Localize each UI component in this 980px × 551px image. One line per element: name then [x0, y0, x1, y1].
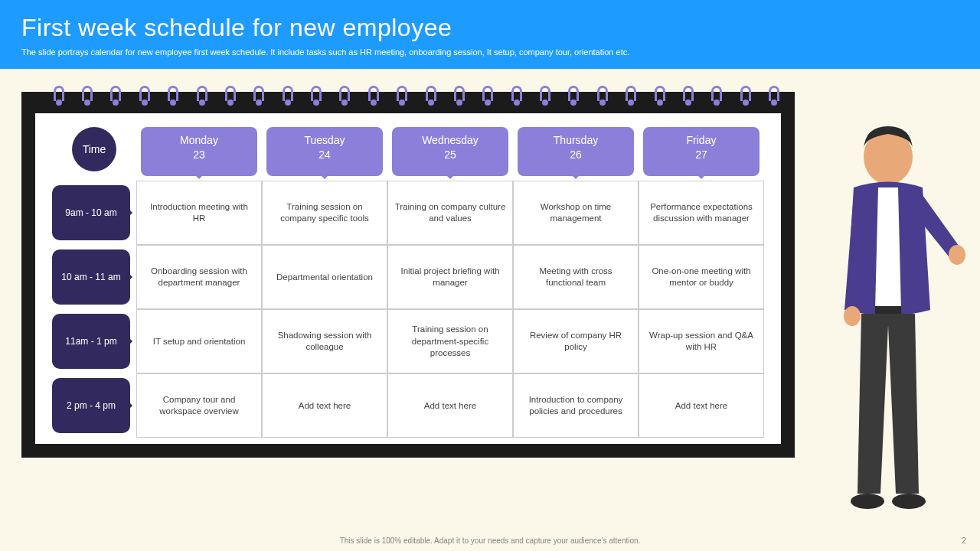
calendar-sheet: TimeMonday23Tuesday24Wednesday25Thursday… — [35, 113, 781, 444]
person-illustration — [808, 111, 969, 517]
footer-note: This slide is 100% editable. Adapt it to… — [0, 536, 980, 545]
schedule-cell: Add text here — [387, 373, 513, 438]
schedule-cell: Training session on company specific too… — [262, 181, 387, 245]
svg-point-2 — [949, 245, 965, 265]
time-slot: 9am - 10 am — [52, 185, 130, 240]
schedule-cell: Workshop on time management — [513, 181, 639, 245]
schedule-cell: Training session on department-specific … — [387, 309, 513, 373]
slide-header: First week schedule for new employee The… — [0, 0, 980, 69]
schedule-cell: Onboarding session with department manag… — [136, 245, 262, 309]
time-header: Time — [72, 127, 116, 171]
binder-rings-icon — [44, 86, 789, 101]
time-slot: 10 am - 11 am — [52, 249, 130, 305]
schedule-cell: Wrap-up session and Q&A with HR — [639, 309, 764, 373]
page-number: 2 — [962, 536, 966, 545]
svg-point-3 — [844, 306, 861, 326]
svg-point-4 — [851, 494, 884, 509]
calendar-frame: TimeMonday23Tuesday24Wednesday25Thursday… — [21, 92, 795, 458]
schedule-cell: Shadowing session with colleague — [262, 309, 387, 373]
svg-point-5 — [892, 494, 926, 509]
day-header: Monday23 — [141, 127, 257, 176]
schedule-cell: Introduction meeting with HR — [136, 181, 262, 245]
schedule-cell: Departmental orientation — [262, 245, 387, 309]
schedule-cell: Company tour and workspace overview — [136, 373, 262, 438]
schedule-grid: TimeMonday23Tuesday24Wednesday25Thursday… — [52, 127, 764, 438]
day-header: Thursday26 — [518, 127, 634, 176]
schedule-cell: Performance expectations discussion with… — [639, 181, 764, 245]
time-slot: 11am - 1 pm — [52, 314, 130, 369]
schedule-cell: IT setup and orientation — [136, 309, 262, 373]
schedule-cell: Introduction to company policies and pro… — [513, 373, 639, 438]
schedule-cell: Meeting with cross functional team — [513, 245, 639, 309]
schedule-cell: Training on company culture and values — [387, 181, 513, 245]
schedule-cell: Add text here — [639, 373, 764, 438]
day-header: Friday27 — [643, 127, 760, 176]
day-header: Tuesday24 — [266, 127, 383, 176]
schedule-cell: One-on-one meeting with mentor or buddy — [639, 245, 764, 309]
slide-subtitle: The slide portrays calendar for new empl… — [21, 47, 959, 58]
slide-title: First week schedule for new employee — [21, 14, 959, 42]
schedule-cell: Add text here — [262, 373, 387, 438]
time-slot: 2 pm - 4 pm — [52, 378, 130, 433]
day-header: Wednesday25 — [392, 127, 508, 176]
schedule-cell: Initial project briefing with manager — [387, 245, 513, 309]
schedule-cell: Review of company HR policy — [513, 309, 639, 373]
